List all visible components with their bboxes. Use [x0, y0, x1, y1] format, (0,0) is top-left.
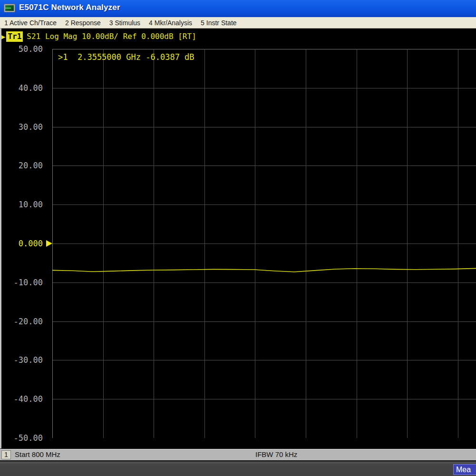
trace-format-text: S21 Log Mag 10.00dB/ Ref 0.000dB [RT]: [27, 31, 196, 42]
meas-softkey-button[interactable]: Mea: [453, 464, 476, 475]
y-axis-label: 10.00: [1, 200, 43, 209]
menu-mkr-analysis[interactable]: 4 Mkr/Analysis: [145, 19, 196, 27]
y-axis-label: -30.00: [1, 355, 43, 365]
y-axis-label: 20.00: [1, 161, 43, 170]
reference-level-marker-icon[interactable]: [46, 240, 52, 247]
graticule-plot: [52, 49, 476, 438]
active-trace-arrow-icon: ▶: [1, 31, 5, 42]
y-axis-label: -40.00: [1, 394, 43, 404]
y-axis-label: -20.00: [1, 317, 43, 326]
y-axis-label: -10.00: [1, 278, 43, 287]
trace-status-line[interactable]: ▶ Tr1 S21 Log Mag 10.00dB/ Ref 0.000dB […: [1, 31, 196, 42]
y-axis-label: 50.00: [1, 44, 43, 54]
channel-status-bar: 1 Start 800 MHz IFBW 70 kHz: [0, 449, 476, 460]
title-bar[interactable]: E5071C Network Analyzer: [0, 0, 476, 17]
y-axis-label: 0.000: [1, 239, 43, 248]
window-title: E5071C Network Analyzer: [19, 3, 120, 12]
trace-line: [52, 268, 476, 272]
menu-instr-state[interactable]: 5 Instr State: [196, 19, 241, 27]
menu-stimulus[interactable]: 3 Stimulus: [105, 19, 145, 27]
app-icon: [4, 4, 15, 12]
network-analyzer-window: E5071C Network Analyzer 1 Active Ch/Trac…: [0, 0, 476, 476]
y-axis-label: -50.00: [1, 433, 43, 443]
taskbar: Mea: [0, 461, 476, 476]
menu-active-ch-trace[interactable]: 1 Active Ch/Trace: [0, 19, 61, 27]
menu-response[interactable]: 2 Response: [61, 19, 105, 27]
trace-name-badge[interactable]: Tr1: [6, 31, 23, 42]
y-axis-label: 40.00: [1, 83, 43, 93]
ifbw-text: IFBW 70 kHz: [255, 450, 297, 458]
channel-number-badge: 1: [1, 450, 11, 459]
app-icon-trace: [5, 8, 11, 9]
sweep-start-text: Start 800 MHz: [15, 450, 60, 458]
y-axis-label: 30.00: [1, 122, 43, 132]
marker-1-readout: >1 2.3555000 GHz -6.0387 dB: [58, 52, 194, 62]
menu-bar: 1 Active Ch/Trace 2 Response 3 Stimulus …: [0, 17, 476, 29]
